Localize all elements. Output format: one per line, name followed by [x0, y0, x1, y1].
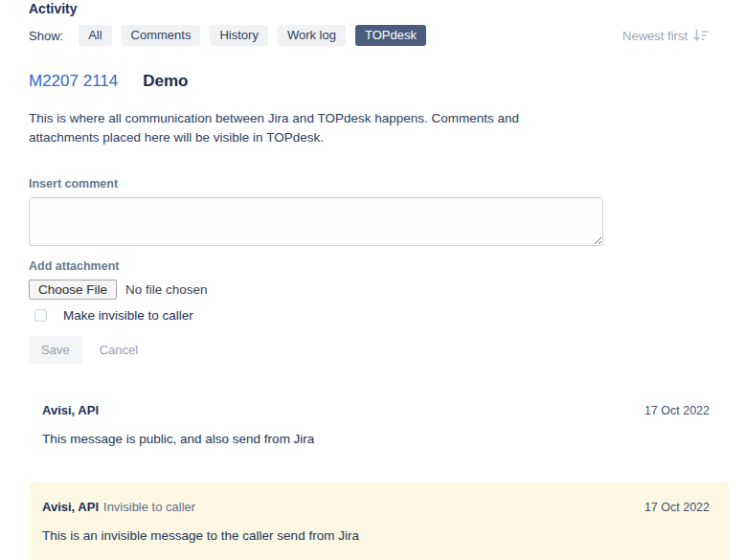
- tab-topdesk[interactable]: TOPdesk: [355, 25, 426, 46]
- show-label: Show:: [29, 29, 63, 43]
- invisible-to-caller-row: Make invisible to caller: [29, 307, 730, 323]
- tab-comments[interactable]: Comments: [122, 25, 201, 46]
- insert-comment-label: Insert comment: [29, 177, 730, 190]
- comment-author: Avisi, API: [42, 403, 99, 417]
- comment-input[interactable]: [29, 197, 603, 246]
- topdesk-ticket-link[interactable]: M2207 2114: [29, 72, 118, 91]
- save-button[interactable]: Save: [29, 336, 82, 364]
- comment-visibility-badge: Invisible to caller: [103, 500, 195, 514]
- invisible-to-caller-checkbox[interactable]: [34, 309, 47, 322]
- comment-date: 17 Oct 2022: [644, 404, 710, 417]
- comment-item-invisible: Avisi, API Invisible to caller 17 Oct 20…: [29, 482, 730, 560]
- add-attachment-label: Add attachment: [29, 259, 730, 273]
- comment-item-public: Avisi, API 17 Oct 2022 This message is p…: [29, 403, 730, 446]
- file-input: Choose File No file chosen: [29, 280, 730, 300]
- comment-text: This message is public, and also send fr…: [42, 432, 710, 446]
- comment-actions: Save Cancel: [29, 336, 730, 364]
- activity-panel: Activity Show: All Comments History Work…: [0, 0, 737, 560]
- tab-all[interactable]: All: [79, 25, 111, 46]
- file-chosen-status: No file chosen: [125, 282, 208, 297]
- tab-work-log[interactable]: Work log: [278, 25, 346, 46]
- topdesk-ticket-title: Demo: [143, 72, 188, 91]
- activity-filter-bar: Show: All Comments History Work log TOPd…: [29, 25, 730, 46]
- choose-file-button[interactable]: Choose File: [29, 280, 117, 300]
- filter-tabs: All Comments History Work log TOPdesk: [79, 25, 426, 46]
- sort-order-label: Newest first: [622, 29, 688, 43]
- comment-text: This is an invisible message to the call…: [42, 528, 710, 543]
- invisible-to-caller-label: Make invisible to caller: [63, 308, 193, 323]
- sort-descending-icon: [693, 29, 709, 42]
- tab-history[interactable]: History: [210, 25, 267, 46]
- comment-header: Avisi, API 17 Oct 2022: [42, 403, 710, 417]
- comment-date: 17 Oct 2022: [644, 501, 710, 514]
- topdesk-description: This is where all communication between …: [29, 109, 551, 147]
- comment-author: Avisi, API: [42, 500, 99, 514]
- topdesk-ticket-header: M2207 2114 Demo: [29, 72, 730, 91]
- activity-heading: Activity: [29, 1, 730, 16]
- comment-header: Avisi, API Invisible to caller 17 Oct 20…: [42, 500, 710, 514]
- sort-order-control[interactable]: Newest first: [622, 29, 709, 43]
- comment-list: Avisi, API 17 Oct 2022 This message is p…: [29, 403, 730, 560]
- cancel-link[interactable]: Cancel: [100, 343, 138, 357]
